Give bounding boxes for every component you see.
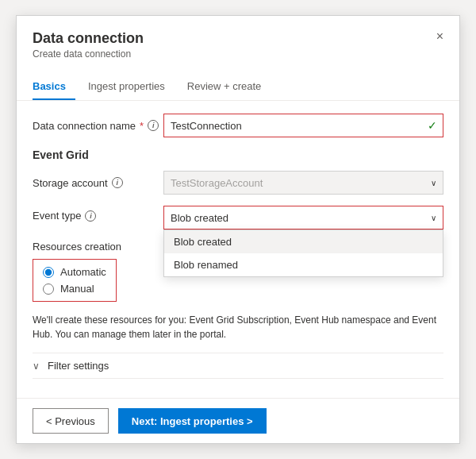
event-type-info-icon[interactable]: i (85, 210, 96, 222)
resources-creation-options: Automatic Manual (33, 259, 117, 302)
close-button[interactable]: × (433, 27, 447, 46)
filter-settings-label: Filter settings (48, 360, 109, 372)
connection-name-row: Data connection name * i ✓ (33, 114, 443, 137)
tab-review-create[interactable]: Review + create (187, 74, 271, 100)
radio-manual[interactable]: Manual (43, 283, 106, 295)
radio-automatic[interactable]: Automatic (43, 266, 106, 278)
dialog-footer: < Previous Next: Ingest properties > (17, 398, 459, 443)
event-type-row: Event type i Blob created ∨ Blob created… (33, 206, 443, 230)
next-button[interactable]: Next: Ingest properties > (118, 408, 267, 434)
event-type-option-blob-renamed[interactable]: Blob renamed (164, 253, 443, 276)
filter-settings-row[interactable]: ∨ Filter settings (33, 353, 443, 379)
filter-chevron-icon: ∨ (33, 361, 40, 372)
radio-automatic-label: Automatic (60, 266, 106, 278)
event-type-option-blob-created[interactable]: Blob created (164, 230, 443, 253)
event-type-chevron-icon: ∨ (431, 214, 436, 222)
storage-account-dropdown-wrapper: TestStorageAccount ∨ (163, 171, 443, 195)
event-type-label: Event type i (33, 206, 163, 222)
tabs-container: Basics Ingest properties Review + create (17, 74, 459, 101)
previous-button[interactable]: < Previous (33, 408, 109, 434)
storage-account-chevron-icon: ∨ (431, 179, 436, 187)
required-indicator: * (140, 120, 144, 132)
radio-automatic-input[interactable] (43, 267, 54, 278)
radio-manual-input[interactable] (43, 284, 54, 295)
dialog-header: Data connection Create data connection × (17, 16, 459, 68)
radio-manual-label: Manual (60, 283, 94, 295)
event-type-dropdown[interactable]: Blob created ∨ (163, 206, 443, 230)
connection-name-info-icon[interactable]: i (148, 120, 159, 131)
data-connection-dialog: Data connection Create data connection ×… (16, 15, 460, 444)
dialog-title: Data connection (33, 30, 443, 47)
storage-account-label: Storage account i (33, 177, 163, 189)
dialog-body: Data connection name * i ✓ Event Grid St… (17, 101, 459, 398)
dialog-subtitle: Create data connection (33, 48, 443, 60)
connection-name-label: Data connection name * i (33, 120, 163, 132)
connection-name-input[interactable] (163, 114, 443, 137)
storage-account-info-icon[interactable]: i (112, 177, 123, 188)
event-type-selected-value: Blob created (171, 212, 228, 224)
storage-account-dropdown[interactable]: TestStorageAccount ∨ (163, 171, 443, 195)
event-type-menu: Blob created Blob renamed (163, 230, 443, 277)
connection-name-input-wrapper: ✓ (163, 114, 443, 137)
storage-account-value: TestStorageAccount (171, 177, 263, 189)
tab-basics[interactable]: Basics (33, 74, 75, 100)
info-text: We'll create these resources for you: Ev… (33, 313, 443, 341)
event-grid-title: Event Grid (33, 148, 443, 161)
event-type-dropdown-wrapper: Blob created ∨ Blob created Blob renamed (163, 206, 443, 230)
storage-account-row: Storage account i TestStorageAccount ∨ (33, 171, 443, 195)
tab-ingest-properties[interactable]: Ingest properties (88, 74, 175, 100)
